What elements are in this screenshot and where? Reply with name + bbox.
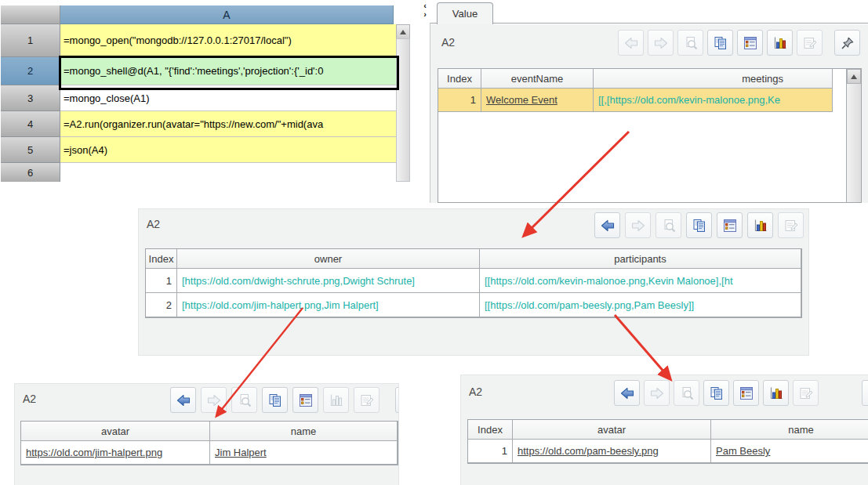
copy-icon — [713, 35, 728, 51]
cell-a5[interactable]: =json(A4) — [60, 137, 397, 163]
bottom-left-table-header: avatar name — [21, 422, 398, 441]
panel-splitter-arrows[interactable]: ‹ › — [420, 2, 430, 25]
participants-array-cell[interactable]: [[https://old.com/pam-beesly.png,Pam Bee… — [480, 293, 801, 317]
back-button[interactable] — [614, 380, 640, 406]
chart-button[interactable] — [323, 387, 349, 413]
chart-button[interactable] — [747, 212, 773, 238]
spreadsheet: A 1 2 3 4 5 6 =mongo_open("mongodb://127… — [0, 0, 423, 182]
col-header-index: Index — [468, 420, 513, 440]
pin-button[interactable] — [834, 30, 860, 56]
print-preview-button[interactable] — [231, 387, 257, 413]
copy-button[interactable] — [262, 387, 288, 413]
pin-button[interactable] — [395, 387, 399, 413]
copy-button[interactable] — [686, 212, 712, 238]
chart-button[interactable] — [767, 30, 793, 56]
value-scroll-up-button[interactable] — [847, 69, 861, 84]
record-list-icon — [722, 218, 738, 233]
print-preview-icon — [237, 393, 252, 408]
name-link-cell[interactable]: Pam Beesly — [711, 440, 868, 463]
row-header-5[interactable]: 5 — [1, 137, 60, 163]
print-preview-button[interactable] — [674, 380, 699, 406]
value-panel: A2 Index eventName meetings 1 Welcome Ev… — [430, 23, 868, 203]
col-header-eventname: eventName — [481, 69, 594, 89]
row-header-4[interactable]: 4 — [1, 111, 60, 137]
participants-array-cell[interactable]: [[https://old.com/kevin-malonoe.png,Kevi… — [480, 269, 801, 293]
back-button[interactable] — [618, 30, 644, 56]
bottom-left-table-row: https://old.com/jim-halpert.png Jim Halp… — [21, 441, 398, 465]
print-preview-button[interactable] — [677, 30, 703, 56]
owner-array-cell[interactable]: [https://old.com/jim-halpert.png,Jim Hal… — [177, 293, 480, 317]
chevron-right-icon: › — [420, 10, 430, 19]
record-list-button[interactable] — [737, 30, 763, 56]
owner-array-cell[interactable]: [https://old.com/dwight-schrute.png,Dwig… — [177, 269, 480, 293]
copy-button[interactable] — [707, 30, 733, 56]
col-header-index: Index — [146, 249, 177, 269]
meetings-array-cell[interactable]: [[,[https://old.com/kevin-malonoe.png,Ke — [594, 89, 833, 112]
forward-icon — [206, 393, 222, 408]
column-header-a[interactable]: A — [60, 5, 394, 24]
sheet-vertical-scrollbar[interactable] — [396, 38, 410, 182]
forward-button[interactable] — [201, 387, 227, 413]
pin-button[interactable] — [862, 380, 868, 406]
middle-table-header: Index owner participants — [146, 249, 801, 269]
forward-button[interactable] — [625, 212, 651, 238]
value-panel-toolbar — [618, 30, 860, 56]
record-list-button[interactable] — [717, 212, 743, 238]
cell-a2[interactable]: =mongo_shell@d(A1, "{'find':'meetings','… — [60, 57, 397, 85]
forward-icon — [653, 35, 669, 51]
name-link-cell[interactable]: Jim Halpert — [210, 441, 398, 465]
record-list-button[interactable] — [733, 380, 759, 406]
tab-value[interactable]: Value — [437, 2, 493, 24]
bottom-right-toolbar — [614, 380, 868, 406]
chart-icon — [768, 385, 784, 401]
value-table-scrollbar[interactable] — [846, 69, 861, 202]
cell-a1[interactable]: =mongo_open("mongodb://127.0.0.1:27017/l… — [60, 24, 397, 57]
bottom-left-cell-ref: A2 — [23, 393, 36, 405]
record-list-button[interactable] — [292, 387, 318, 413]
forward-icon — [649, 385, 665, 401]
bottom-right-table: Index avatar name 1 https://old.com/pam-… — [467, 419, 868, 464]
properties-button[interactable] — [778, 212, 804, 238]
sheet-scroll-up-button[interactable] — [396, 24, 410, 39]
properties-button[interactable] — [797, 30, 823, 56]
value-panel-cell-ref: A2 — [441, 36, 455, 49]
avatar-link-cell[interactable]: https://old.com/jim-halpert.png — [21, 441, 210, 465]
row-header-3[interactable]: 3 — [1, 85, 60, 111]
chevron-up-icon — [851, 74, 857, 79]
col-header-name: name — [210, 422, 398, 441]
col-header-avatar: avatar — [21, 422, 210, 441]
chart-icon — [772, 35, 788, 51]
back-button[interactable] — [594, 212, 620, 238]
back-button[interactable] — [170, 387, 196, 413]
chart-button[interactable] — [763, 380, 789, 406]
row-header-2[interactable]: 2 — [1, 57, 60, 85]
eventname-link-cell[interactable]: Welcome Event — [481, 89, 594, 112]
row-header-6[interactable]: 6 — [1, 163, 60, 182]
value-table: Index eventName meetings 1 Welcome Event… — [438, 68, 862, 203]
copy-button[interactable] — [703, 380, 729, 406]
record-list-icon — [743, 35, 758, 51]
back-icon — [623, 35, 639, 51]
properties-button[interactable] — [793, 380, 819, 406]
pin-icon — [840, 35, 855, 51]
select-all-corner[interactable] — [1, 5, 60, 24]
copy-icon — [692, 218, 707, 233]
col-header-name: name — [711, 420, 868, 440]
cell-a6[interactable] — [60, 163, 397, 182]
forward-button[interactable] — [648, 30, 674, 56]
properties-button[interactable] — [354, 387, 380, 413]
bottom-right-table-row: 1 https://old.com/pam-beesly.png Pam Bee… — [468, 440, 868, 463]
forward-button[interactable] — [644, 380, 670, 406]
print-preview-icon — [683, 35, 699, 51]
row-header-1[interactable]: 1 — [1, 24, 60, 57]
chevron-up-icon — [400, 30, 406, 34]
cell-a4[interactable]: =A2.run(organizer.run(avatar="https://ne… — [60, 111, 397, 137]
col-header-owner: owner — [177, 249, 480, 269]
back-icon — [600, 218, 616, 233]
col-header-participants: participants — [480, 249, 801, 269]
middle-panel-toolbar — [594, 212, 804, 238]
cell-a3[interactable]: =mongo_close(A1) — [60, 85, 397, 111]
print-preview-button[interactable] — [656, 212, 681, 238]
copy-icon — [267, 393, 283, 408]
avatar-link-cell[interactable]: https://old.com/pam-beesly.png — [513, 440, 711, 463]
